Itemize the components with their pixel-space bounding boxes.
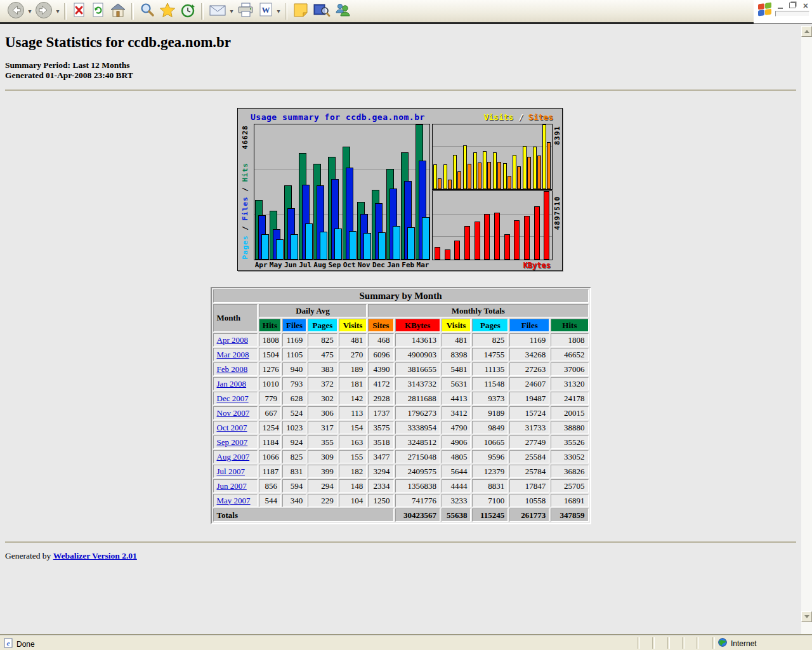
total-value-cell: 347859 xyxy=(551,508,588,522)
month-link[interactable]: Apr 2008 xyxy=(217,335,248,345)
forward-dropdown-caret[interactable]: ▾ xyxy=(55,8,61,15)
visits-bar xyxy=(533,147,537,189)
value-cell: 940 xyxy=(282,362,306,376)
edit-dropdown-caret[interactable]: ▾ xyxy=(275,8,282,15)
value-cell: 1808 xyxy=(551,333,588,347)
print-button[interactable] xyxy=(235,1,256,22)
value-cell: 143613 xyxy=(395,333,440,347)
column-header-kbytes-monthly: KBytes xyxy=(395,319,440,332)
totals-label: Totals xyxy=(213,508,394,522)
value-cell: 825 xyxy=(282,450,306,463)
value-cell: 1169 xyxy=(509,333,549,347)
value-cell: 104 xyxy=(339,494,367,507)
sites-bar xyxy=(527,157,531,189)
back-button[interactable] xyxy=(5,1,27,22)
research-book-icon xyxy=(313,2,331,21)
refresh-button[interactable] xyxy=(89,1,108,22)
pages-bar xyxy=(378,232,386,260)
month-link[interactable]: Sep 2007 xyxy=(217,437,248,447)
month-link[interactable]: Jan 2008 xyxy=(217,379,247,388)
pages-bar xyxy=(334,229,342,260)
scroll-up-button[interactable] xyxy=(801,26,812,37)
sites-bar xyxy=(508,176,511,189)
value-cell: 524 xyxy=(282,406,306,420)
main-plot xyxy=(254,124,430,260)
scroll-down-button[interactable] xyxy=(801,611,812,622)
kbytes-bar xyxy=(514,220,520,260)
corner-inset xyxy=(775,11,809,17)
column-header-sites-monthly: Sites xyxy=(368,319,393,332)
favorites-button[interactable] xyxy=(157,1,178,22)
month-column-header: Month xyxy=(213,304,258,332)
value-cell: 33052 xyxy=(551,450,588,463)
sites-bar xyxy=(547,142,551,189)
visits-bar xyxy=(453,155,457,189)
table-row: Dec 200777962830214229282811688441393731… xyxy=(213,392,589,405)
messenger-button[interactable] xyxy=(332,1,353,22)
value-cell: 155 xyxy=(339,450,367,463)
forward-icon xyxy=(35,1,53,22)
value-cell: 741776 xyxy=(395,494,440,507)
month-link[interactable]: Aug 2007 xyxy=(217,452,250,461)
pages-bar xyxy=(349,231,357,260)
svg-text:W: W xyxy=(262,5,270,15)
footer-prefix: Generated by xyxy=(5,551,53,560)
value-cell: 11548 xyxy=(472,377,508,390)
total-value-cell: 30423567 xyxy=(395,508,440,522)
browser-toolbar: ▾ ▾ xyxy=(0,0,812,24)
value-cell: 25705 xyxy=(551,479,588,493)
month-tick-label: Mar xyxy=(416,261,430,269)
month-link[interactable]: Feb 2008 xyxy=(217,364,248,374)
value-cell: 154 xyxy=(339,421,367,434)
stop-icon xyxy=(72,2,87,21)
back-dropdown-caret[interactable]: ▾ xyxy=(27,8,33,15)
month-link[interactable]: Jun 2007 xyxy=(217,481,247,491)
status-divider xyxy=(682,637,684,649)
value-cell: 17847 xyxy=(509,479,549,493)
month-link[interactable]: Mar 2008 xyxy=(217,350,249,359)
forward-button[interactable] xyxy=(33,1,55,22)
value-cell: 31733 xyxy=(509,421,549,434)
minimize-button[interactable] xyxy=(778,4,783,9)
pages-bar xyxy=(393,226,400,260)
month-tick-label: Jan xyxy=(386,261,401,269)
footer: Generated by Webalizer Version 2.01 xyxy=(5,551,801,561)
month-link[interactable]: Oct 2007 xyxy=(217,423,247,432)
toolbar-separator xyxy=(201,3,204,20)
edit-word-button[interactable]: W xyxy=(256,1,275,22)
value-cell: 270 xyxy=(339,348,367,361)
visits-bar xyxy=(503,163,507,189)
page-content: Usage Statistics for ccdb.gea.nom.br Sum… xyxy=(0,26,801,636)
webalizer-link[interactable]: Webalizer Version 2.01 xyxy=(53,551,137,560)
value-cell: 1504 xyxy=(259,348,281,361)
month-link[interactable]: Dec 2007 xyxy=(217,394,249,403)
toolbar-separator xyxy=(131,3,134,20)
horizontal-rule xyxy=(5,541,796,543)
month-link[interactable]: Jul 2007 xyxy=(217,467,245,476)
restore-button[interactable] xyxy=(789,3,796,8)
stop-button[interactable] xyxy=(70,1,89,22)
mail-dropdown-caret[interactable]: ▾ xyxy=(228,8,235,15)
month-tick-label: Dec xyxy=(371,261,386,269)
visits-bar xyxy=(443,164,447,189)
value-cell: 1169 xyxy=(282,333,306,347)
value-cell: 4900903 xyxy=(395,348,440,361)
toolbar-separator xyxy=(285,3,287,20)
close-button[interactable]: × xyxy=(803,1,808,11)
month-link[interactable]: May 2007 xyxy=(217,496,251,505)
value-cell: 1796273 xyxy=(395,406,440,420)
ie-page-icon: e xyxy=(4,638,13,650)
note-button[interactable] xyxy=(291,1,311,22)
home-button[interactable] xyxy=(108,1,128,22)
research-button[interactable] xyxy=(311,1,332,22)
status-divider xyxy=(652,637,655,649)
value-cell: 15724 xyxy=(509,406,549,420)
pages-bar xyxy=(407,227,415,260)
mail-button[interactable] xyxy=(207,1,228,22)
month-link[interactable]: Nov 2007 xyxy=(217,408,250,418)
sites-bar xyxy=(457,171,461,189)
history-button[interactable] xyxy=(178,1,198,22)
column-header-hits-daily: Hits xyxy=(259,319,281,332)
search-button[interactable] xyxy=(137,1,157,22)
vertical-scrollbar[interactable] xyxy=(801,26,812,636)
